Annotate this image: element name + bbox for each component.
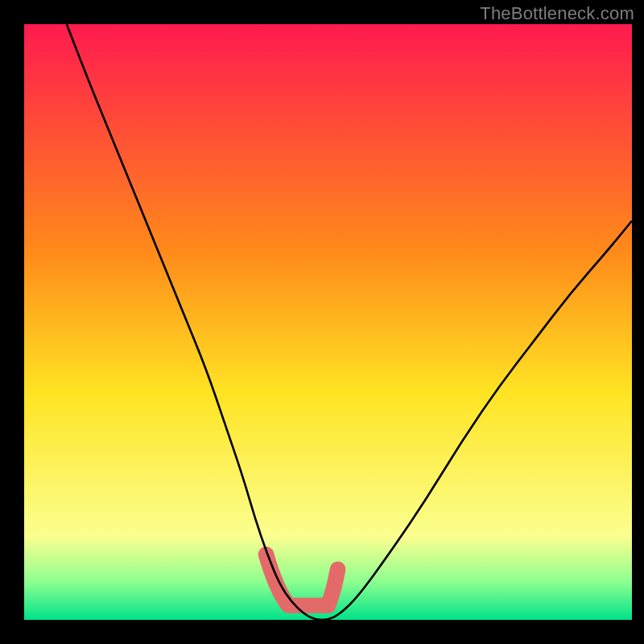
chart-frame: TheBottleneck.com xyxy=(0,0,644,644)
watermark-text: TheBottleneck.com xyxy=(480,3,634,24)
chart-background xyxy=(24,24,632,620)
bottleneck-chart xyxy=(24,24,632,620)
